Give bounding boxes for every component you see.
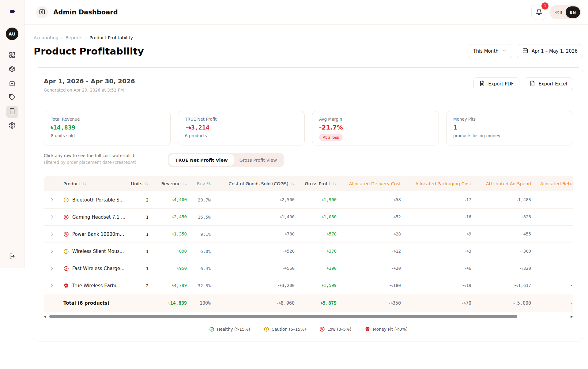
- date-range-picker[interactable]: Apr 1 – May 1, 2026: [517, 44, 583, 58]
- sidebar-item-products[interactable]: [6, 63, 18, 76]
- low-icon: [63, 266, 69, 271]
- column-header-gross[interactable]: Gross Profit↑↓: [295, 181, 337, 186]
- stat-label: Avg Margin: [319, 117, 432, 122]
- column-header-name[interactable]: Product↑↓: [60, 181, 124, 186]
- cell-packaging-cost: -৳9: [401, 232, 471, 237]
- language-option-en[interactable]: EN: [566, 6, 580, 18]
- cell-units: 1: [124, 249, 149, 254]
- caution-icon: [63, 197, 69, 203]
- notification-badge: 1: [541, 2, 548, 9]
- table-row[interactable]: Power Bank 10000m...1৳1,3509.1%-৳780৳570…: [44, 226, 573, 243]
- margin-legend: Healthy (>15%)Caution (5–15%)Low (0–5%)M…: [44, 326, 573, 332]
- table-row[interactable]: True Wireless Earbu...2৳4,79932.3%-৳3,20…: [44, 277, 573, 294]
- column-header-revenue[interactable]: Revenue↑↓: [149, 181, 187, 186]
- breadcrumb-reports[interactable]: Reports: [66, 35, 83, 40]
- cell-gross-profit: ৳370: [295, 249, 337, 254]
- scroll-left-arrow[interactable]: ◀: [44, 315, 46, 318]
- sidebar-item-dashboard[interactable]: [6, 49, 18, 62]
- cell-packaging-cost: -৳17: [401, 197, 471, 202]
- stat-value: -৳3,214: [185, 124, 298, 131]
- caution-icon: [264, 326, 269, 332]
- scrollbar-track[interactable]: [48, 315, 569, 318]
- healthy-icon: [209, 327, 214, 332]
- report-generated-note: Generated on Apr 29, 2026 at 3:51 PM: [44, 88, 135, 92]
- cell-delivery-cost: -৳58: [337, 197, 401, 202]
- moneypit-icon: [63, 283, 69, 288]
- calendar-icon: [522, 47, 528, 55]
- cell-cogs: -৳3,200: [211, 283, 295, 288]
- sidebar-item-settings[interactable]: [6, 120, 18, 132]
- scrollbar-thumb[interactable]: [49, 315, 518, 318]
- language-option-bn[interactable]: বাংলা: [555, 9, 562, 15]
- tab-gross-profit-view[interactable]: Gross Profit View: [234, 154, 283, 166]
- cell-revenue: ৳950: [149, 266, 187, 271]
- stat-card: Avg Margin-21.7%At a loss: [312, 111, 439, 145]
- table-body: Bluetooth Portable S...2৳4,40029.7%-৳2,5…: [44, 191, 573, 294]
- logout-button[interactable]: [6, 251, 18, 263]
- cell-gross-profit: ৳570: [295, 232, 337, 237]
- gear-icon: [9, 122, 16, 130]
- table-row[interactable]: Fast Wireless Charge...1৳9506.4%-৳560৳39…: [44, 260, 573, 277]
- export-buttons: Export PDF Export Excel: [473, 77, 573, 90]
- stat-cards: Total Revenue৳14,8398 units soldTRUE Net…: [44, 111, 573, 145]
- stat-card: TRUE Net Profit-৳3,2146 products: [178, 111, 305, 145]
- cell-rev-pct: 16.5%: [187, 215, 211, 220]
- scroll-right-arrow[interactable]: ▶: [571, 315, 573, 318]
- top-bar: Admin Dashboard 1 বাংলা EN: [24, 0, 588, 25]
- report-period: Apr 1, 2026 - Apr 30, 2026: [44, 77, 135, 85]
- sidebar-item-orders[interactable]: [6, 77, 18, 90]
- stat-card: Money Pits1products losing money: [446, 111, 573, 145]
- expand-row-button[interactable]: [44, 198, 60, 202]
- table-row[interactable]: Gaming Headset 7.1 ...1৳2,45016.5%-৳1,40…: [44, 209, 573, 226]
- dashboard-icon: [9, 51, 16, 60]
- cell-delivery-cost: -৳20: [337, 266, 401, 271]
- cell-units: 1: [124, 266, 149, 271]
- total-returns: -৳: [531, 300, 573, 306]
- sidebar-item-promotions[interactable]: [6, 92, 18, 104]
- hint-cost-waterfall: Click any row to see the full cost water…: [44, 153, 136, 158]
- status-badge: At a loss: [319, 134, 343, 141]
- sort-icon: ↑↓: [290, 182, 295, 186]
- legend-label: Low (0–5%): [327, 327, 351, 332]
- table-header-row: Product↑↓Units↑↓Revenue↑↓Rev %Cost of Go…: [44, 176, 573, 191]
- cell-ad-spend: -৳1,617: [471, 283, 531, 288]
- table-row[interactable]: Bluetooth Portable S...2৳4,40029.7%-৳2,5…: [44, 191, 573, 209]
- calculator-icon: [9, 108, 16, 116]
- cell-units: 1: [124, 215, 149, 220]
- cell-revenue: ৳1,350: [149, 232, 187, 237]
- tag-icon: [9, 94, 16, 102]
- total-delivery-cost: -৳350: [337, 300, 401, 306]
- expand-row-button[interactable]: [44, 215, 60, 219]
- horizontal-scrollbar: ◀ ▶: [44, 314, 573, 318]
- export-excel-button[interactable]: Export Excel: [524, 77, 573, 90]
- expand-row-button[interactable]: [44, 283, 60, 288]
- export-pdf-button[interactable]: Export PDF: [473, 77, 519, 90]
- column-header-units[interactable]: Units↑↓: [124, 181, 149, 186]
- breadcrumb-current: Product Profitability: [89, 35, 133, 40]
- cell-rev-pct: 6.4%: [187, 266, 211, 271]
- expand-row-button[interactable]: [44, 249, 60, 254]
- low-icon: [63, 214, 69, 220]
- avatar[interactable]: AU: [6, 28, 18, 40]
- low-icon: [319, 326, 325, 332]
- product-name: Bluetooth Portable S...: [72, 197, 124, 203]
- sidebar-item-accounting[interactable]: [6, 106, 18, 118]
- chevron-right-icon: ›: [61, 36, 63, 40]
- cell-revenue: ৳4,400: [149, 197, 187, 202]
- breadcrumb-accounting[interactable]: Accounting: [34, 35, 58, 40]
- sidebar-collapse-button[interactable]: [36, 6, 48, 18]
- tab-true-net-profit-view[interactable]: TRUE Net Profit View: [169, 154, 233, 166]
- expand-row-button[interactable]: [44, 232, 60, 236]
- app-title: Admin Dashboard: [53, 9, 118, 16]
- stat-label: Total Revenue: [51, 117, 164, 122]
- file-pdf-icon: [479, 81, 485, 88]
- total-label: Total (6 products): [60, 300, 124, 306]
- period-preset-select[interactable]: This Month: [468, 44, 512, 58]
- table-row[interactable]: Wireless Silent Mous...1৳8906.0%-৳520৳37…: [44, 243, 573, 260]
- expand-row-button[interactable]: [44, 266, 60, 271]
- sort-icon: ↑↓: [183, 182, 187, 186]
- column-header-cogs[interactable]: Cost of Goods Sold (COGS)↑↓: [211, 181, 295, 186]
- cell-returns: -৳: [531, 283, 573, 288]
- notifications-button[interactable]: 1: [531, 5, 546, 20]
- cell-packaging-cost: -৳16: [401, 214, 471, 220]
